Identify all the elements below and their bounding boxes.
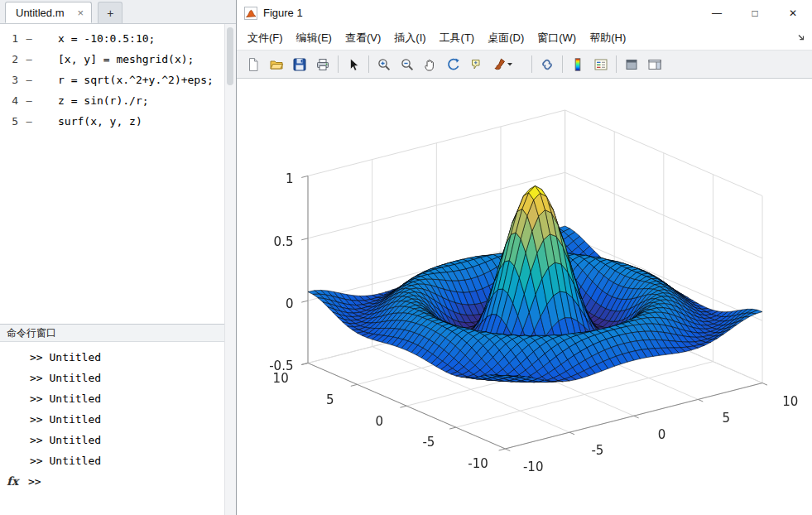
save-figure-button[interactable] <box>289 54 310 75</box>
execution-dash: – <box>18 50 40 70</box>
rotate-3d-icon <box>446 57 461 72</box>
brush-data-button[interactable] <box>489 54 516 75</box>
command-entry: >> Untitled <box>0 409 225 430</box>
editor-tab-bar: Untitled.m × + <box>0 0 236 24</box>
tab-title: Untitled.m <box>16 7 65 19</box>
code-text: surf(x, y, z) <box>58 115 142 128</box>
matlab-editor-panel: Untitled.m × + 1–x = -10:0.5:10; 2–[x, y… <box>0 0 236 515</box>
zoom-out-icon <box>400 57 415 72</box>
zoom-in-icon <box>377 57 392 72</box>
close-button[interactable]: ✕ <box>774 0 812 26</box>
figure-menu-bar: 文件(F) 编辑(E) 查看(V) 插入(I) 工具(T) 桌面(D) 窗口(W… <box>237 26 812 50</box>
hide-plot-tools-button[interactable] <box>621 54 642 75</box>
menu-desktop[interactable]: 桌面(D) <box>481 31 531 46</box>
line-number: 3 <box>0 70 18 90</box>
execution-dash: – <box>18 70 40 91</box>
hide-plot-tools-icon <box>624 57 639 72</box>
zoom-out-button[interactable] <box>396 54 418 75</box>
insert-legend-icon <box>593 57 608 72</box>
command-entry: >> Untitled <box>0 347 225 368</box>
figure-toolbar <box>237 50 812 79</box>
execution-dash: – <box>18 112 40 132</box>
scrollbar-thumb[interactable] <box>227 27 233 85</box>
menu-help[interactable]: 帮助(H) <box>583 31 632 46</box>
toolbar-separator <box>562 55 563 73</box>
window-controls: — □ ✕ <box>698 0 812 26</box>
open-file-button[interactable] <box>266 54 287 75</box>
print-button[interactable] <box>312 54 334 75</box>
command-window[interactable]: >> Untitled >> Untitled >> Untitled >> U… <box>0 342 225 515</box>
line-number: 1 <box>0 28 18 49</box>
code-line[interactable]: 5–surf(x, y, z) <box>0 111 225 132</box>
tab-close-icon[interactable]: × <box>78 7 84 19</box>
edit-plot-button[interactable] <box>343 54 364 75</box>
pan-button[interactable] <box>420 54 441 75</box>
code-text: r = sqrt(x.^2+y.^2)+eps; <box>58 74 214 86</box>
code-line[interactable]: 2–[x, y] = meshgrid(x); <box>0 49 225 70</box>
new-figure-button[interactable] <box>243 54 264 75</box>
code-text: [x, y] = meshgrid(x); <box>58 53 194 65</box>
toolbar-separator <box>368 55 369 73</box>
save-figure-icon <box>292 57 307 72</box>
command-window-title: 命令行窗口 <box>7 327 56 339</box>
pan-hand-icon <box>423 57 438 72</box>
menu-view[interactable]: 查看(V) <box>339 31 387 46</box>
new-figure-icon <box>246 57 261 72</box>
brush-dropdown-caret-icon <box>507 61 513 67</box>
edit-plot-cursor-icon <box>346 57 361 72</box>
link-plot-icon <box>540 57 555 72</box>
code-text: z = sin(r)./r; <box>58 94 149 107</box>
rotate-3d-button[interactable] <box>443 54 464 75</box>
menu-tools[interactable]: 工具(T) <box>433 31 482 46</box>
command-entry: >> Untitled <box>0 368 225 388</box>
figure-title-bar[interactable]: Figure 1 — □ ✕ <box>237 0 812 26</box>
surface-plot-canvas[interactable] <box>238 79 812 515</box>
insert-colorbar-icon <box>570 57 585 72</box>
code-line[interactable]: 3–r = sqrt(x.^2+y.^2)+eps; <box>0 70 225 90</box>
menu-insert[interactable]: 插入(I) <box>387 31 432 46</box>
menu-file[interactable]: 文件(F) <box>241 31 290 46</box>
figure-title: Figure 1 <box>263 7 303 19</box>
figure-window: Figure 1 — □ ✕ 文件(F) 编辑(E) 查看(V) 插入(I) 工… <box>236 0 812 515</box>
menu-edit[interactable]: 编辑(E) <box>290 31 339 46</box>
brush-icon <box>492 57 507 72</box>
insert-legend-button[interactable] <box>590 54 612 75</box>
command-window-header: 命令行窗口 <box>0 324 236 342</box>
data-cursor-button[interactable] <box>466 54 488 75</box>
new-tab-button[interactable]: + <box>98 2 123 23</box>
maximize-button[interactable]: □ <box>736 0 774 26</box>
code-text: x = -10:0.5:10; <box>58 32 155 45</box>
command-prompt[interactable]: fx >> <box>0 471 225 492</box>
figure-body <box>238 79 812 515</box>
show-plot-tools-button[interactable] <box>644 54 665 75</box>
toolbar-separator <box>616 55 617 73</box>
command-entry: >> Untitled <box>0 450 225 471</box>
editor-scrollbar[interactable] <box>224 24 236 515</box>
toolbar-separator <box>338 55 339 73</box>
data-cursor-icon <box>469 57 484 72</box>
menu-window[interactable]: 窗口(W) <box>531 31 583 46</box>
line-number: 5 <box>0 111 18 132</box>
menu-overflow-icon[interactable] <box>797 33 806 42</box>
code-line[interactable]: 1–x = -10:0.5:10; <box>0 28 225 49</box>
command-entry: >> Untitled <box>0 430 225 450</box>
prompt-chevrons: >> <box>28 471 41 492</box>
open-file-icon <box>269 57 284 72</box>
line-number: 2 <box>0 49 18 70</box>
zoom-in-button[interactable] <box>373 54 395 75</box>
insert-colorbar-button[interactable] <box>567 54 589 75</box>
command-entry: >> Untitled <box>0 388 225 409</box>
code-editor[interactable]: 1–x = -10:0.5:10; 2–[x, y] = meshgrid(x)… <box>0 24 225 328</box>
fx-icon: fx <box>7 471 28 492</box>
show-plot-tools-icon <box>647 57 662 72</box>
desktop: Untitled.m × + 1–x = -10:0.5:10; 2–[x, y… <box>0 0 812 515</box>
execution-dash: – <box>18 91 40 112</box>
tab-untitled[interactable]: Untitled.m × <box>5 2 92 23</box>
link-plot-button[interactable] <box>536 54 558 75</box>
code-line[interactable]: 4–z = sin(r)./r; <box>0 90 225 111</box>
minimize-button[interactable]: — <box>698 0 736 26</box>
toolbar-separator <box>531 55 532 73</box>
figure-icon <box>244 7 257 20</box>
execution-dash: – <box>18 29 40 50</box>
line-number: 4 <box>0 90 18 111</box>
